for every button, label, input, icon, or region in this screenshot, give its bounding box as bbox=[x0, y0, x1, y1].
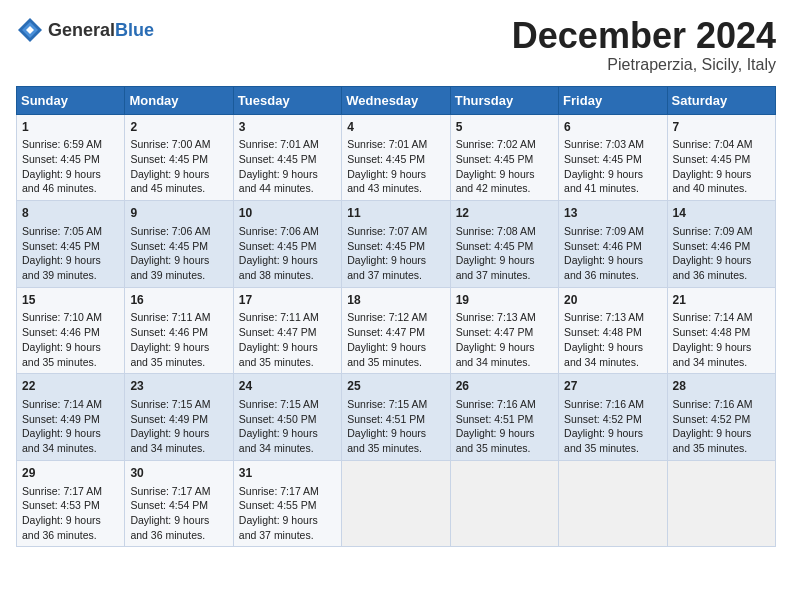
day-number: 8 bbox=[22, 205, 119, 222]
day-number: 24 bbox=[239, 378, 336, 395]
day-of-week-header: Wednesday bbox=[342, 86, 450, 114]
logo-general-text: General bbox=[48, 20, 115, 40]
day-number: 20 bbox=[564, 292, 661, 309]
sunset-text: Sunset: 4:55 PM bbox=[239, 499, 317, 511]
sunset-text: Sunset: 4:54 PM bbox=[130, 499, 208, 511]
day-number: 27 bbox=[564, 378, 661, 395]
sunrise-text: Sunrise: 7:05 AM bbox=[22, 225, 102, 237]
calendar-cell: 26Sunrise: 7:16 AMSunset: 4:51 PMDayligh… bbox=[450, 374, 558, 461]
daylight-text: Daylight: 9 hours and 36 minutes. bbox=[564, 254, 643, 281]
day-number: 14 bbox=[673, 205, 770, 222]
sunrise-text: Sunrise: 7:17 AM bbox=[239, 485, 319, 497]
sunset-text: Sunset: 4:48 PM bbox=[564, 326, 642, 338]
calendar-cell bbox=[342, 460, 450, 547]
daylight-text: Daylight: 9 hours and 35 minutes. bbox=[347, 427, 426, 454]
sunrise-text: Sunrise: 7:17 AM bbox=[130, 485, 210, 497]
daylight-text: Daylight: 9 hours and 35 minutes. bbox=[130, 341, 209, 368]
calendar-cell: 28Sunrise: 7:16 AMSunset: 4:52 PMDayligh… bbox=[667, 374, 775, 461]
calendar-cell: 11Sunrise: 7:07 AMSunset: 4:45 PMDayligh… bbox=[342, 201, 450, 288]
sunset-text: Sunset: 4:49 PM bbox=[130, 413, 208, 425]
sunrise-text: Sunrise: 7:15 AM bbox=[347, 398, 427, 410]
day-of-week-header: Tuesday bbox=[233, 86, 341, 114]
day-of-week-header: Saturday bbox=[667, 86, 775, 114]
sunset-text: Sunset: 4:45 PM bbox=[564, 153, 642, 165]
sunset-text: Sunset: 4:45 PM bbox=[239, 240, 317, 252]
title-block: December 2024 Pietraperzia, Sicily, Ital… bbox=[512, 16, 776, 74]
sunset-text: Sunset: 4:50 PM bbox=[239, 413, 317, 425]
calendar-cell: 14Sunrise: 7:09 AMSunset: 4:46 PMDayligh… bbox=[667, 201, 775, 288]
daylight-text: Daylight: 9 hours and 43 minutes. bbox=[347, 168, 426, 195]
calendar-cell: 25Sunrise: 7:15 AMSunset: 4:51 PMDayligh… bbox=[342, 374, 450, 461]
calendar-cell bbox=[450, 460, 558, 547]
day-number: 12 bbox=[456, 205, 553, 222]
sunset-text: Sunset: 4:45 PM bbox=[456, 153, 534, 165]
sunrise-text: Sunrise: 7:15 AM bbox=[130, 398, 210, 410]
calendar-cell: 20Sunrise: 7:13 AMSunset: 4:48 PMDayligh… bbox=[559, 287, 667, 374]
sunrise-text: Sunrise: 7:16 AM bbox=[456, 398, 536, 410]
sunset-text: Sunset: 4:45 PM bbox=[22, 240, 100, 252]
calendar-cell: 2Sunrise: 7:00 AMSunset: 4:45 PMDaylight… bbox=[125, 114, 233, 201]
daylight-text: Daylight: 9 hours and 34 minutes. bbox=[673, 341, 752, 368]
sunset-text: Sunset: 4:52 PM bbox=[673, 413, 751, 425]
sunrise-text: Sunrise: 6:59 AM bbox=[22, 138, 102, 150]
sunrise-text: Sunrise: 7:08 AM bbox=[456, 225, 536, 237]
daylight-text: Daylight: 9 hours and 42 minutes. bbox=[456, 168, 535, 195]
sunrise-text: Sunrise: 7:06 AM bbox=[239, 225, 319, 237]
sunrise-text: Sunrise: 7:02 AM bbox=[456, 138, 536, 150]
calendar-cell: 31Sunrise: 7:17 AMSunset: 4:55 PMDayligh… bbox=[233, 460, 341, 547]
daylight-text: Daylight: 9 hours and 34 minutes. bbox=[564, 341, 643, 368]
days-of-week-row: SundayMondayTuesdayWednesdayThursdayFrid… bbox=[17, 86, 776, 114]
sunrise-text: Sunrise: 7:16 AM bbox=[564, 398, 644, 410]
sunset-text: Sunset: 4:47 PM bbox=[456, 326, 534, 338]
day-of-week-header: Friday bbox=[559, 86, 667, 114]
daylight-text: Daylight: 9 hours and 41 minutes. bbox=[564, 168, 643, 195]
sunset-text: Sunset: 4:45 PM bbox=[347, 240, 425, 252]
sunrise-text: Sunrise: 7:01 AM bbox=[347, 138, 427, 150]
sunset-text: Sunset: 4:45 PM bbox=[130, 240, 208, 252]
day-number: 21 bbox=[673, 292, 770, 309]
calendar-cell: 22Sunrise: 7:14 AMSunset: 4:49 PMDayligh… bbox=[17, 374, 125, 461]
sunrise-text: Sunrise: 7:04 AM bbox=[673, 138, 753, 150]
day-number: 3 bbox=[239, 119, 336, 136]
daylight-text: Daylight: 9 hours and 37 minutes. bbox=[347, 254, 426, 281]
calendar-cell: 29Sunrise: 7:17 AMSunset: 4:53 PMDayligh… bbox=[17, 460, 125, 547]
sunset-text: Sunset: 4:46 PM bbox=[564, 240, 642, 252]
sunset-text: Sunset: 4:45 PM bbox=[130, 153, 208, 165]
day-number: 13 bbox=[564, 205, 661, 222]
day-number: 11 bbox=[347, 205, 444, 222]
sunset-text: Sunset: 4:45 PM bbox=[239, 153, 317, 165]
daylight-text: Daylight: 9 hours and 45 minutes. bbox=[130, 168, 209, 195]
daylight-text: Daylight: 9 hours and 35 minutes. bbox=[456, 427, 535, 454]
sunrise-text: Sunrise: 7:11 AM bbox=[239, 311, 319, 323]
sunset-text: Sunset: 4:49 PM bbox=[22, 413, 100, 425]
sunrise-text: Sunrise: 7:00 AM bbox=[130, 138, 210, 150]
calendar-cell: 13Sunrise: 7:09 AMSunset: 4:46 PMDayligh… bbox=[559, 201, 667, 288]
day-number: 17 bbox=[239, 292, 336, 309]
sunset-text: Sunset: 4:51 PM bbox=[456, 413, 534, 425]
calendar-cell: 16Sunrise: 7:11 AMSunset: 4:46 PMDayligh… bbox=[125, 287, 233, 374]
calendar-cell: 19Sunrise: 7:13 AMSunset: 4:47 PMDayligh… bbox=[450, 287, 558, 374]
sunset-text: Sunset: 4:53 PM bbox=[22, 499, 100, 511]
daylight-text: Daylight: 9 hours and 34 minutes. bbox=[239, 427, 318, 454]
daylight-text: Daylight: 9 hours and 44 minutes. bbox=[239, 168, 318, 195]
sunrise-text: Sunrise: 7:13 AM bbox=[564, 311, 644, 323]
calendar-cell: 9Sunrise: 7:06 AMSunset: 4:45 PMDaylight… bbox=[125, 201, 233, 288]
calendar-cell: 23Sunrise: 7:15 AMSunset: 4:49 PMDayligh… bbox=[125, 374, 233, 461]
day-number: 1 bbox=[22, 119, 119, 136]
daylight-text: Daylight: 9 hours and 34 minutes. bbox=[22, 427, 101, 454]
day-number: 16 bbox=[130, 292, 227, 309]
calendar-cell: 4Sunrise: 7:01 AMSunset: 4:45 PMDaylight… bbox=[342, 114, 450, 201]
sunrise-text: Sunrise: 7:03 AM bbox=[564, 138, 644, 150]
day-number: 9 bbox=[130, 205, 227, 222]
day-number: 30 bbox=[130, 465, 227, 482]
calendar-cell bbox=[559, 460, 667, 547]
calendar-cell: 12Sunrise: 7:08 AMSunset: 4:45 PMDayligh… bbox=[450, 201, 558, 288]
calendar-cell: 8Sunrise: 7:05 AMSunset: 4:45 PMDaylight… bbox=[17, 201, 125, 288]
daylight-text: Daylight: 9 hours and 35 minutes. bbox=[673, 427, 752, 454]
daylight-text: Daylight: 9 hours and 40 minutes. bbox=[673, 168, 752, 195]
daylight-text: Daylight: 9 hours and 35 minutes. bbox=[564, 427, 643, 454]
daylight-text: Daylight: 9 hours and 34 minutes. bbox=[130, 427, 209, 454]
daylight-text: Daylight: 9 hours and 37 minutes. bbox=[239, 514, 318, 541]
sunrise-text: Sunrise: 7:11 AM bbox=[130, 311, 210, 323]
day-number: 25 bbox=[347, 378, 444, 395]
